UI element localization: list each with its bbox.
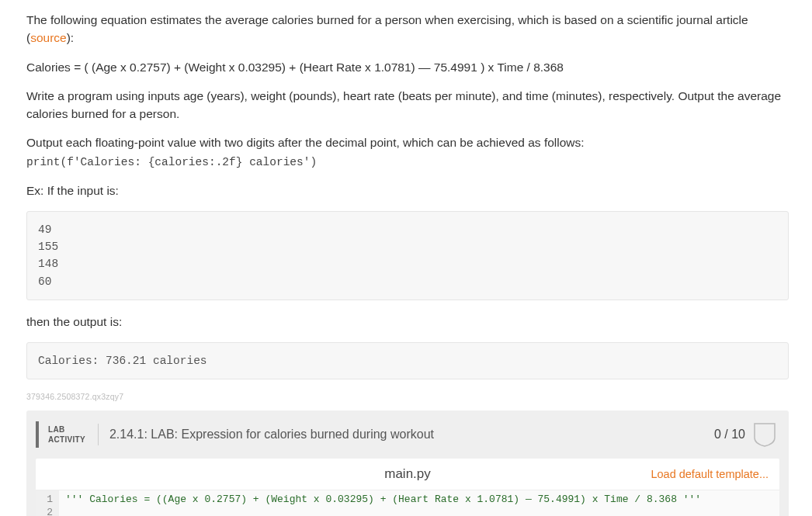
example-intro: Ex: If the input is: [26, 182, 789, 199]
editor-body[interactable]: 1234 ''' Calories = ((Age x 0.2757) + (W… [36, 490, 779, 516]
output-format-paragraph: Output each floating-point value with tw… [26, 133, 789, 171]
example-input-block: 49 155 148 60 [26, 211, 789, 301]
code-line[interactable]: ''' Calories = ((Age x 0.2757) + (Weight… [65, 493, 773, 507]
lab-score: 0 / 10 [714, 428, 745, 442]
line-number-gutter: 1234 [36, 490, 59, 516]
intro-text: The following equation estimates the ave… [26, 13, 748, 44]
lab-badge-line2: ACTIVITY [48, 435, 85, 445]
instruction-paragraph: Write a program using inputs age (years)… [26, 87, 789, 123]
lab-separator [98, 424, 99, 445]
line-number: 1 [36, 493, 53, 507]
code-area[interactable]: ''' Calories = ((Age x 0.2757) + (Weight… [59, 490, 779, 516]
shield-icon [753, 422, 776, 447]
source-link[interactable]: source [30, 31, 67, 44]
line-number: 2 [36, 507, 53, 516]
lab-badge: LAB ACTIVITY [36, 421, 93, 448]
lab-activity-container: LAB ACTIVITY 2.14.1: LAB: Expression for… [26, 410, 789, 516]
lab-header: LAB ACTIVITY 2.14.1: LAB: Expression for… [36, 410, 779, 459]
question-id: 379346.2508372.qx3zqy7 [26, 392, 789, 401]
example-output-block: Calories: 736.21 calories [26, 342, 789, 379]
load-default-template-link[interactable]: Load default template... [651, 468, 769, 480]
code-line[interactable] [65, 507, 773, 516]
intro-paragraph-1: The following equation estimates the ave… [26, 11, 789, 47]
output-format-text: Output each floating-point value with tw… [26, 136, 585, 149]
example-output-intro: then the output is: [26, 313, 789, 331]
editor-header: main.py Load default template... [36, 459, 779, 490]
intro-text-post: ): [67, 31, 74, 44]
formula-text: Calories = ( (Age x 0.2757) + (Weight x … [26, 58, 789, 76]
code-editor: main.py Load default template... 1234 ''… [36, 459, 779, 516]
problem-description: The following equation estimates the ave… [26, 0, 789, 379]
print-example-code: print(f'Calories: {calories:.2f} calorie… [26, 156, 317, 168]
lab-badge-line1: LAB [48, 424, 85, 435]
lab-title: 2.14.1: LAB: Expression for calories bur… [109, 428, 714, 442]
